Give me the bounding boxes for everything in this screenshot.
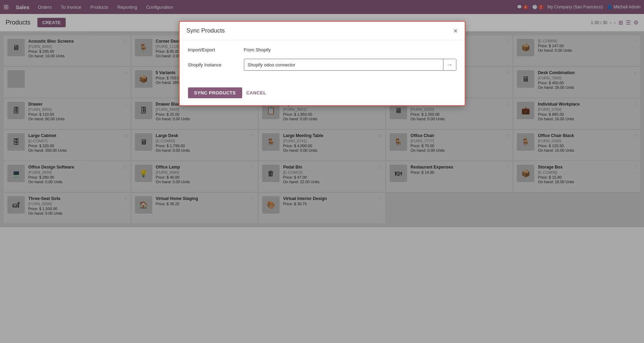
shopify-instance-select-wrapper[interactable]: Shopify odoo connector → bbox=[244, 59, 456, 71]
sync-products-modal: Sync Products × Import/Export From Shopi… bbox=[179, 21, 465, 106]
modal-overlay: Sync Products × Import/Export From Shopi… bbox=[0, 0, 644, 227]
sync-products-button[interactable]: SYNC PRODUCTS bbox=[188, 87, 242, 98]
shopify-instance-select[interactable]: Shopify odoo connector bbox=[244, 60, 443, 70]
select-arrow-icon[interactable]: → bbox=[443, 59, 456, 70]
modal-title: Sync Products bbox=[187, 27, 225, 34]
cancel-button[interactable]: CANCEL bbox=[246, 90, 266, 95]
import-export-label: Import/Export bbox=[188, 47, 244, 52]
modal-body: Import/Export From Shopify Shopify Insta… bbox=[180, 40, 465, 84]
import-export-value: From Shopify bbox=[244, 47, 271, 52]
shopify-instance-row: Shopify Instance Shopify odoo connector … bbox=[188, 59, 456, 71]
shopify-instance-label: Shopify Instance bbox=[188, 62, 244, 67]
modal-header: Sync Products × bbox=[180, 22, 465, 40]
modal-footer: SYNC PRODUCTS CANCEL bbox=[180, 84, 465, 105]
close-icon[interactable]: × bbox=[454, 27, 458, 34]
import-export-row: Import/Export From Shopify bbox=[188, 47, 456, 52]
